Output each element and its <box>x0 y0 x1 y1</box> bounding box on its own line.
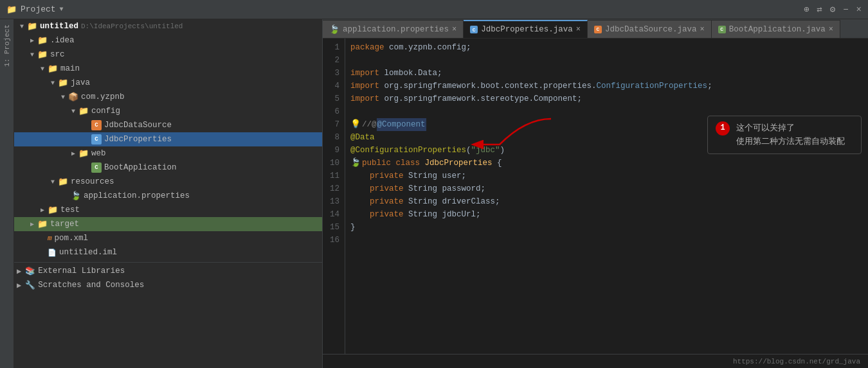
java-file-icon: C <box>91 134 102 145</box>
folder-icon: 📦 <box>68 92 78 102</box>
tree-item-resources[interactable]: ▼ 📁 resources <box>14 175 322 189</box>
annotation-popup: 1 这个可以关掉了 使用第二种方法无需自动装配 <box>707 116 862 154</box>
project-icon: 📁 <box>6 4 17 15</box>
lightbulb-icon: 💡 <box>350 118 361 131</box>
java-file-icon: C <box>91 120 102 130</box>
tree-item-bootapplication[interactable]: ▶ C BootApplication <box>14 161 322 175</box>
tab-bootapplication[interactable]: C BootApplication.java × <box>712 20 840 38</box>
annotation-line2: 使用第二种方法无需自动装配 <box>736 135 845 148</box>
code-line-14: private String jdbcUrl; <box>350 208 863 221</box>
line-num-10: 10 <box>325 157 339 170</box>
tab-label: JdbcDataSource.java <box>605 25 697 34</box>
tree-item-jdbcproperties[interactable]: ▶ C JdbcProperties <box>14 132 322 146</box>
tree-label: BootApplication <box>104 163 177 172</box>
arrow-icon: ▶ <box>27 220 37 228</box>
left-tab: 1: Project <box>0 19 14 368</box>
line-num-15: 15 <box>325 221 339 234</box>
editor-area: 🍃 application.properties × C JdbcPropert… <box>323 19 868 368</box>
annotation-line1: 这个可以关掉了 <box>736 121 845 135</box>
tree-item-test[interactable]: ▶ 📁 test <box>14 203 322 217</box>
line-num-3: 3 <box>325 67 339 80</box>
tree-item-main[interactable]: ▼ 📁 main <box>14 62 322 76</box>
scratches-item[interactable]: ▶ 🔧 Scratches and Consoles <box>14 278 322 292</box>
title-bar-label: Project <box>21 4 56 14</box>
tree-item-target[interactable]: ▶ 📁 target <box>14 217 322 231</box>
tree-item-config[interactable]: ▼ 📁 config <box>14 104 322 118</box>
add-icon[interactable]: ⊕ <box>804 4 809 15</box>
scratches-label: Scratches and Consoles <box>38 281 144 290</box>
title-bar-icons: ⊕ ⇄ ⚙ − × <box>804 4 862 15</box>
line-num-11: 11 <box>325 170 339 182</box>
tree-label: untitled.iml <box>59 248 117 257</box>
tree-item-src[interactable]: ▼ 📁 src <box>14 48 322 62</box>
props-file-icon: 🍃 <box>71 191 81 201</box>
split-icon[interactable]: ⇄ <box>817 4 822 15</box>
tab-close-icon[interactable]: × <box>700 25 705 34</box>
line-num-16: 16 <box>325 234 339 247</box>
tree-item-untitled[interactable]: ▼ 📁 untitled D:\IdeaProjects\untitled <box>14 19 322 33</box>
tree-label: main <box>60 64 80 73</box>
arrow-icon: ▼ <box>68 108 78 115</box>
tree-label: web <box>91 149 106 158</box>
tree-item-java[interactable]: ▼ 📁 java <box>14 76 322 90</box>
line-num-4: 4 <box>325 80 339 92</box>
tab-close-icon[interactable]: × <box>829 25 833 34</box>
tree-item-pom[interactable]: ▶ m pom.xml <box>14 231 322 245</box>
bottom-bar: https://blog.csdn.net/grd_java <box>323 354 868 368</box>
close-icon[interactable]: × <box>856 4 862 15</box>
url-label: https://blog.csdn.net/grd_java <box>733 358 860 365</box>
line-num-14: 14 <box>325 208 339 221</box>
code-line-11: private String user; <box>350 170 863 182</box>
code-line-12: private String password; <box>350 182 863 195</box>
tab-close-icon[interactable]: × <box>576 25 581 34</box>
code-line-5: import org.springframework.stereotype.Co… <box>350 92 863 105</box>
tab-jdbcdatasource[interactable]: C JdbcDataSource.java × <box>588 20 712 38</box>
tree-item-idea[interactable]: ▶ 📁 .idea <box>14 33 322 48</box>
tree-label: src <box>50 50 65 59</box>
scratch-expand-icon: ▶ <box>17 281 21 290</box>
tree-item-comyzpnb[interactable]: ▼ 📦 com.yzpnb <box>14 90 322 104</box>
code-editor[interactable]: 1 2 3 4 5 6 7 8 9 10 11 12 13 14 15 16 <box>323 39 868 354</box>
external-libraries-item[interactable]: ▶ 📚 External Libraries <box>14 264 322 278</box>
minimize-icon[interactable]: − <box>843 4 848 15</box>
project-tab-label[interactable]: 1: Project <box>2 22 12 69</box>
tab-icon: 🍃 <box>329 24 339 35</box>
tab-icon: C <box>594 26 602 33</box>
tree-item-web[interactable]: ▶ 📁 web <box>14 146 322 161</box>
line-numbers: 1 2 3 4 5 6 7 8 9 10 11 12 13 14 15 16 <box>323 39 345 354</box>
tab-close-icon[interactable]: × <box>452 25 457 34</box>
line-num-9: 9 <box>325 144 339 157</box>
tab-bar: 🍃 application.properties × C JdbcPropert… <box>323 19 868 39</box>
tree-label: com.yzpnb <box>81 92 125 101</box>
tab-label: JdbcProperties.java <box>481 25 573 34</box>
line-num-6: 6 <box>325 105 339 118</box>
title-bar: 📁 Project ▼ ⊕ ⇄ ⚙ − × <box>0 0 868 19</box>
line-num-8: 8 <box>325 131 339 144</box>
folder-icon: 📁 <box>37 219 48 229</box>
tree-item-jdbcdatasource[interactable]: ▶ C JdbcDataSource <box>14 118 322 132</box>
lib-icon2: 📚 <box>25 266 35 276</box>
code-content[interactable]: package com.yzpnb.config; import lombok.… <box>345 39 868 354</box>
folder-icon: 📁 <box>37 35 48 46</box>
tab-jdbcproperties[interactable]: C JdbcProperties.java × <box>464 20 588 38</box>
line-num-2: 2 <box>325 54 339 67</box>
tab-application-properties[interactable]: 🍃 application.properties × <box>323 20 464 38</box>
main-layout: 1: Project ▼ 📁 untitled D:\IdeaProjects\… <box>0 19 868 368</box>
tree-item-appprops[interactable]: ▶ 🍃 application.properties <box>14 189 322 203</box>
code-line-10: 🍃 public class JdbcProperties { <box>350 157 863 170</box>
arrow-icon: ▼ <box>27 51 37 58</box>
tree-label: config <box>91 107 120 116</box>
tree-label: application.properties <box>84 191 190 200</box>
scratch-icon: 🔧 <box>25 280 35 290</box>
line-num-7: 7 <box>325 118 339 131</box>
folder-icon: 📁 <box>58 177 68 187</box>
title-bar-left: 📁 Project ▼ <box>6 4 64 15</box>
tab-icon: C <box>470 26 478 33</box>
arrow-icon: ▶ <box>68 150 78 157</box>
tree-item-iml[interactable]: ▶ 📄 untitled.iml <box>14 245 322 259</box>
tab-icon: C <box>718 26 726 33</box>
code-line-3: import lombok.Data; <box>350 67 863 80</box>
code-line-1: package com.yzpnb.config; <box>350 41 863 54</box>
title-dropdown-icon[interactable]: ▼ <box>60 6 64 13</box>
settings-icon[interactable]: ⚙ <box>830 4 835 15</box>
